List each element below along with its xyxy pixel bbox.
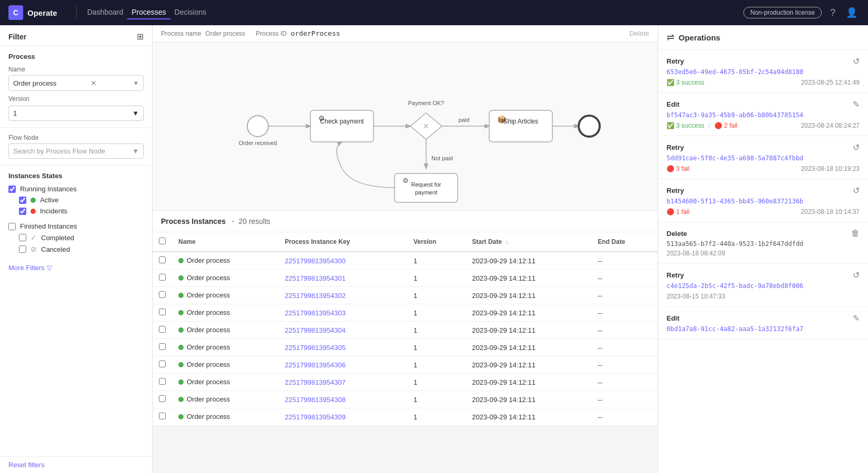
row-checkbox[interactable] [159, 395, 166, 402]
row-end-date: -- [591, 252, 658, 270]
row-checkbox[interactable] [159, 274, 166, 281]
finished-instances-checkbox[interactable] [8, 223, 16, 230]
op-success-status: ✅ 3 success [667, 122, 704, 129]
select-all-checkbox[interactable] [159, 238, 166, 244]
row-key: 2251799813954308 [278, 391, 407, 408]
ship-articles-label: Ship Articles [503, 118, 538, 125]
op-id-link[interactable]: bf547ac3-9a35-45b9-ab06-b80b43785154 [667, 111, 860, 119]
op-action-button[interactable]: 🗑 [851, 229, 860, 238]
row-checkbox[interactable] [159, 378, 166, 385]
op-action-button[interactable]: ✎ [853, 313, 860, 323]
op-delete-id: 513aa565-b7f2-440a-9523-1b2f647ddfdd [667, 240, 860, 248]
brand-icon: C [8, 5, 23, 20]
table-row: Order process 2251799813954305 1 2023-09… [153, 339, 658, 356]
op-type-label: Retry [667, 271, 684, 279]
operations-header: ⇌ Operations [658, 25, 868, 50]
process-key-link[interactable]: 2251799813954305 [285, 344, 346, 352]
row-version: 1 [407, 339, 466, 356]
process-key-link[interactable]: 2251799813954307 [285, 378, 346, 386]
diagram-toolbar: Process name Order process Process ID or… [153, 25, 658, 42]
row-name-text: Order process [187, 326, 230, 334]
delete-button[interactable]: Delete [629, 29, 649, 37]
chevron-down-icon: ▼ [133, 80, 139, 86]
nav-dashboard[interactable]: Dashboard [83, 6, 128, 19]
operation-item: Retry ↺ b1454600-5f13-4365-bb45-960e8372… [658, 179, 868, 222]
process-key-link[interactable]: 2251799813954303 [285, 309, 346, 317]
flow-node-chevron-icon: ▼ [132, 147, 139, 155]
not-paid-label: Not paid [431, 155, 453, 161]
process-key-link[interactable]: 2251799813954302 [285, 292, 346, 300]
op-type-label: Delete [667, 230, 687, 238]
row-key: 2251799813954303 [278, 304, 407, 322]
filter-adjust-button[interactable]: ⊞ [137, 32, 144, 42]
running-instances-checkbox[interactable] [8, 186, 16, 193]
process-section-title: Process [8, 53, 144, 60]
reset-filters-button[interactable]: Reset filters [0, 456, 152, 473]
request-payment-label-1: Request for [411, 181, 441, 188]
paid-label: paid [459, 117, 470, 123]
row-key: 2251799813954309 [278, 408, 407, 426]
op-id-link[interactable]: 653ed5e6-49ed-4675-85bf-2c54a94d8180 [667, 68, 860, 76]
op-header: Edit ✎ [667, 313, 860, 323]
nav-decisions[interactable]: Decisions [170, 6, 211, 19]
row-checkbox[interactable] [159, 291, 166, 298]
nav-processes[interactable]: Processes [127, 6, 170, 19]
process-key-link[interactable]: 2251799813954308 [285, 396, 346, 404]
row-version: 1 [407, 391, 466, 408]
row-status-icon [178, 397, 184, 402]
help-button[interactable]: ? [828, 5, 837, 20]
op-action-button[interactable]: ↺ [853, 56, 860, 66]
table-row: Order process 2251799813954302 1 2023-09… [153, 287, 658, 304]
process-key-link[interactable]: 2251799813954304 [285, 326, 346, 334]
op-action-button[interactable]: ✎ [853, 99, 860, 109]
op-action-button[interactable]: ↺ [853, 142, 860, 152]
flow-node-placeholder: Search by Process Flow Node [13, 147, 105, 155]
op-id-link[interactable]: 0bd1a7a8-91cc-4a82-aaa5-1a32132f6fa7 [667, 325, 860, 333]
more-filters-label: More Filters [8, 264, 45, 272]
row-checkbox[interactable] [159, 309, 166, 315]
op-id-link[interactable]: c4e125da-2b5c-42f5-badc-9a78ebd8f006 [667, 282, 860, 290]
process-name-select[interactable]: Order process ✕ ▼ [8, 75, 144, 91]
op-id-link[interactable]: b1454600-5f13-4365-bb45-960e8372136b [667, 198, 860, 205]
row-checkbox[interactable] [159, 361, 166, 367]
row-checkbox[interactable] [159, 343, 166, 350]
more-filters-button[interactable]: More Filters ▽ [0, 260, 152, 276]
row-checkbox[interactable] [159, 256, 166, 263]
row-version: 1 [407, 252, 466, 270]
row-checkbox[interactable] [159, 326, 166, 333]
flow-node-select[interactable]: Search by Process Flow Node ▼ [8, 143, 144, 159]
process-key-link[interactable]: 2251799813954309 [285, 413, 346, 421]
row-start-date: 2023-09-29 14:12:11 [466, 408, 591, 426]
row-name-text: Order process [187, 395, 230, 403]
process-filter-section: Process Name Order process ✕ ▼ Version 1… [0, 46, 152, 128]
row-status-icon [178, 345, 184, 350]
row-checkbox[interactable] [159, 413, 166, 419]
nav-separator [76, 6, 77, 19]
completed-row: ✓ Completed [8, 233, 144, 242]
canceled-checkbox[interactable] [19, 245, 26, 253]
clear-process-button[interactable]: ✕ [90, 79, 97, 87]
op-id-link[interactable]: 5dd91cae-5f0c-4e35-a698-5a7887c4fbbd [667, 155, 860, 162]
active-checkbox[interactable] [19, 197, 26, 204]
op-action-button[interactable]: ↺ [853, 186, 860, 196]
incidents-checkbox[interactable] [19, 208, 26, 215]
version-select[interactable]: 1 ▼ [8, 106, 144, 121]
table-row: Order process 2251799813954301 1 2023-09… [153, 270, 658, 287]
process-key-link[interactable]: 2251799813954306 [285, 361, 346, 369]
row-status-icon [178, 379, 184, 385]
completed-checkbox[interactable] [19, 234, 26, 241]
bpmn-svg: Order received ⚙ Check payment ✕ Payment… [153, 42, 658, 210]
request-payment-label-2: payment [415, 189, 437, 196]
op-action-button[interactable]: ↺ [853, 270, 860, 280]
row-name: Order process [172, 304, 278, 322]
row-name: Order process [172, 270, 278, 287]
row-name-text: Order process [187, 361, 230, 368]
op-type-label: Retry [667, 187, 684, 194]
top-navigation: C Operate Dashboard Processes Decisions … [0, 0, 868, 25]
process-key-link[interactable]: 2251799813954300 [285, 257, 346, 265]
canceled-status-icon: ⊘ [31, 245, 37, 253]
row-end-date: -- [591, 374, 658, 391]
user-button[interactable]: 👤 [844, 5, 860, 20]
process-key-link[interactable]: 2251799813954301 [285, 274, 346, 282]
instances-checkbox-group: Running Instances Active Incidents Finis… [8, 185, 144, 253]
